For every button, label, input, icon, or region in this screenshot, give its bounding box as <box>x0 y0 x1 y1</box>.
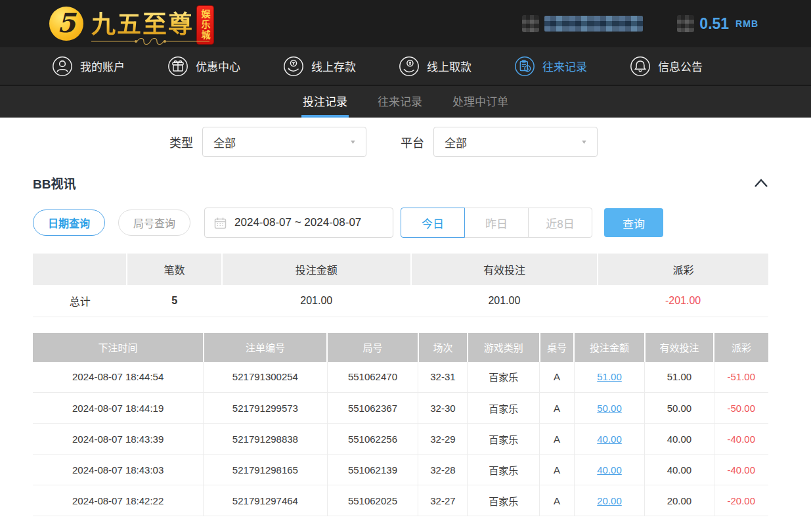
col-session: 场次 <box>418 333 468 362</box>
bet-amount-link[interactable]: 40.00 <box>597 433 622 445</box>
today-button[interactable]: 今日 <box>401 208 465 238</box>
quick-range-group: 今日 昨日 近8日 <box>401 208 592 238</box>
cell-bet-time: 2024-08-07 18:44:54 <box>33 362 204 393</box>
nav-label: 线上取款 <box>427 58 471 74</box>
nav-item-online-deposit[interactable]: 线上存款 <box>282 55 356 78</box>
top-bar-right: 0.51 RMB <box>522 15 758 33</box>
cell-payout: -51.00 <box>714 362 768 393</box>
date-query-button[interactable]: 日期查询 <box>33 210 105 236</box>
type-filter-label: 类型 <box>169 133 193 150</box>
user-account[interactable] <box>522 15 643 32</box>
withdraw-icon <box>398 55 420 78</box>
nav-item-announcements[interactable]: 信息公告 <box>629 55 703 78</box>
cell-valid-bet: 20.00 <box>645 485 714 516</box>
filter-row: 类型 全部 ▼ 平台 全部 ▼ <box>169 127 811 157</box>
cell-session: 32-30 <box>418 393 468 424</box>
balance[interactable]: 0.51 RMB <box>677 15 758 33</box>
chevron-up-icon <box>754 178 768 188</box>
summary-total-row: 总计 5 201.00 201.00 -201.00 <box>33 285 768 317</box>
cell-payout: -50.00 <box>714 393 768 424</box>
platform-select[interactable]: 全部 ▼ <box>433 127 598 157</box>
query-toolbar: 日期查询 局号查询 2024-08-07 ~ 2024-08-07 今日 昨日 … <box>33 208 768 238</box>
cell-session: 32-31 <box>418 362 468 393</box>
table-row: 2024-08-07 18:43:39 521791298838 5510622… <box>33 424 768 454</box>
collapse-section-button[interactable] <box>754 178 768 188</box>
gift-icon <box>167 55 189 78</box>
search-button[interactable]: 查询 <box>604 208 663 237</box>
tab-label: 往来记录 <box>378 93 422 109</box>
col-order-number: 注单编号 <box>204 333 327 362</box>
yesterday-button[interactable]: 昨日 <box>464 208 529 238</box>
brand-logo[interactable]: 5 九五至尊 娱乐城 <box>49 2 220 45</box>
cell-table-number: A <box>540 424 575 454</box>
tab-transaction-records[interactable]: 往来记录 <box>376 86 424 118</box>
type-select[interactable]: 全部 ▼ <box>202 127 366 157</box>
cell-table-number: A <box>540 485 575 516</box>
cell-round-number: 551062256 <box>327 424 418 454</box>
type-select-value: 全部 <box>213 134 236 150</box>
cell-order-number: 521791298838 <box>204 424 327 454</box>
table-header-row: 下注时间 注单编号 局号 场次 游戏类别 桌号 投注金额 有效投注 派彩 <box>33 333 768 362</box>
tab-bet-records[interactable]: 投注记录 <box>301 86 349 118</box>
cell-valid-bet: 40.00 <box>645 454 714 485</box>
nav-item-online-withdraw[interactable]: 线上取款 <box>398 55 471 78</box>
col-round-number: 局号 <box>327 333 418 362</box>
bet-amount-link[interactable]: 50.00 <box>597 403 622 414</box>
cell-valid-bet: 40.00 <box>645 424 714 454</box>
cell-bet-time: 2024-08-07 18:43:03 <box>33 454 204 485</box>
bet-records-table: 下注时间 注单编号 局号 场次 游戏类别 桌号 投注金额 有效投注 派彩 202… <box>33 333 768 517</box>
col-bet-time: 下注时间 <box>33 333 204 362</box>
platform-select-value: 全部 <box>445 134 467 150</box>
summary-total-payout: -201.00 <box>598 285 768 317</box>
cell-game-type: 百家乐 <box>468 393 540 424</box>
round-query-button[interactable]: 局号查询 <box>118 210 190 236</box>
tab-pending-orders[interactable]: 处理中订单 <box>451 86 510 118</box>
user-avatar-icon <box>522 15 539 32</box>
nav-item-transaction-records[interactable]: 往来记录 <box>514 55 587 78</box>
summary-header-valid-bet: 有效投注 <box>411 254 598 285</box>
balance-amount: 0.51 <box>699 15 729 33</box>
cell-game-type: 百家乐 <box>468 485 540 516</box>
nav-label: 往来记录 <box>542 58 587 74</box>
brand-name: 九五至尊 <box>91 5 194 40</box>
summary-table: 笔数 投注金额 有效投注 派彩 总计 5 201.00 201.00 -201.… <box>33 254 768 317</box>
table-row: 2024-08-07 18:44:19 521791299573 5510623… <box>33 393 768 424</box>
cell-round-number: 551062470 <box>327 362 418 393</box>
table-row: 2024-08-07 18:42:22 521791297464 5510620… <box>33 485 768 516</box>
summary-total-count: 5 <box>127 285 221 317</box>
tab-label: 投注记录 <box>303 93 347 109</box>
bet-amount-link[interactable]: 20.00 <box>597 495 622 506</box>
section-header: BB视讯 <box>33 174 768 192</box>
main-nav: 我的账户 优惠中心 线上存款 线上取款 <box>0 47 811 86</box>
bet-amount-link[interactable]: 51.00 <box>597 371 622 382</box>
cell-session: 32-28 <box>418 454 468 485</box>
cell-session: 32-29 <box>418 424 468 454</box>
deposit-icon <box>282 55 305 78</box>
coin-icon <box>677 15 694 32</box>
chevron-down-icon: ▼ <box>581 139 588 145</box>
cell-round-number: 551062139 <box>327 454 418 485</box>
summary-header-count: 笔数 <box>127 254 221 285</box>
last-8-days-button[interactable]: 近8日 <box>528 208 592 238</box>
col-game-type: 游戏类别 <box>468 333 540 362</box>
summary-header-payout: 派彩 <box>598 254 768 285</box>
cell-game-type: 百家乐 <box>468 424 540 454</box>
date-range-input[interactable]: 2024-08-07 ~ 2024-08-07 <box>204 208 393 238</box>
cell-table-number: A <box>540 393 575 424</box>
cell-round-number: 551062025 <box>327 485 418 516</box>
summary-header-empty <box>33 254 127 285</box>
bet-amount-link[interactable]: 40.00 <box>597 464 622 476</box>
nav-item-my-account[interactable]: 我的账户 <box>51 55 125 78</box>
logo-symbol: 5 <box>57 10 76 36</box>
nav-item-promotions[interactable]: 优惠中心 <box>167 55 240 78</box>
section-title: BB视讯 <box>33 174 76 192</box>
nav-label: 线上存款 <box>311 58 356 74</box>
col-bet-amount: 投注金额 <box>574 333 645 362</box>
summary-total-valid: 201.00 <box>411 285 598 317</box>
platform-filter-label: 平台 <box>401 133 424 150</box>
calendar-icon <box>214 217 227 229</box>
cell-order-number: 521791300254 <box>204 362 327 393</box>
summary-total-label: 总计 <box>33 285 127 317</box>
cell-order-number: 521791299573 <box>204 393 327 424</box>
user-icon <box>51 55 74 78</box>
